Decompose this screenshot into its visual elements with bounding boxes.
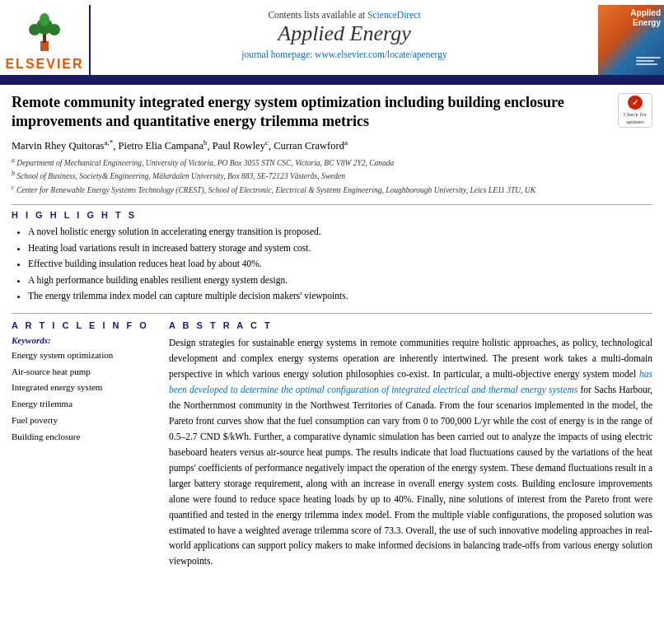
highlights-section: H I G H L I G H T S A novel holistic ene…: [12, 210, 652, 305]
abstract-text: Design strategies for sustainable energy…: [169, 335, 652, 570]
affiliation-c: c Center for Renewable Energy Systems Te…: [12, 183, 652, 196]
divider-mid: [12, 313, 652, 314]
elsevier-tree-icon: [14, 8, 76, 54]
highlight-item: A novel holistic energy solution in acce…: [28, 224, 652, 240]
top-dark-bar: [0, 77, 664, 85]
sciencedirect-link[interactable]: ScienceDirect: [367, 10, 421, 20]
journal-thumbnail: AppliedEnergy: [598, 5, 664, 75]
highlights-list: A novel holistic energy solution in acce…: [12, 224, 652, 305]
abstract-italic-phrase: has been developed to determine the opti…: [169, 369, 652, 394]
divider-top: [12, 204, 652, 205]
affiliation-b: b School of Business, Society& Engineeri…: [12, 169, 652, 182]
author1-sup: a,*: [104, 138, 113, 147]
svg-point-4: [49, 24, 60, 35]
journal-title: Applied Energy: [99, 21, 590, 46]
author4-sup: a: [344, 138, 348, 147]
highlights-title: H I G H L I G H T S: [12, 210, 652, 220]
thumb-label: AppliedEnergy: [630, 8, 661, 28]
check-updates-label: Check for updates: [620, 111, 650, 125]
elsevier-brand-text: ELSEVIER: [5, 57, 83, 72]
keywords-label: Keywords:: [12, 335, 156, 345]
journal-homepage: journal homepage: www.elsevier.com/locat…: [99, 49, 590, 59]
article-title: Remote community integrated energy syste…: [12, 93, 610, 132]
highlight-item: The energy trilemma index model can capt…: [28, 288, 652, 305]
abstract-section: A B S T R A C T Design strategies for su…: [169, 320, 652, 570]
page-header: ELSEVIER Contents lists available at Sci…: [0, 0, 664, 77]
check-updates-badge[interactable]: ✓ Check for updates: [618, 93, 652, 128]
affiliations: a Department of Mechanical Engineering, …: [12, 156, 652, 196]
author2-sup: b: [203, 138, 208, 147]
check-updates-icon: ✓: [628, 96, 643, 110]
keywords-list: Energy system optimization Air-source he…: [12, 348, 156, 446]
keyword-item: Air-source heat pump: [12, 364, 156, 380]
keyword-item: Energy system optimization: [12, 348, 156, 364]
authors-line: Marvin Rhey Quitorasa,*, Pietro Elia Cam…: [12, 138, 652, 152]
article-title-section: Remote community integrated energy syste…: [12, 93, 652, 132]
highlight-item: A high performance building enables resi…: [28, 273, 652, 289]
elsevier-logo-section: ELSEVIER: [0, 5, 91, 75]
svg-point-3: [29, 24, 40, 35]
two-col-section: A R T I C L E I N F O Keywords: Energy s…: [12, 320, 652, 570]
svg-point-5: [40, 13, 49, 26]
keyword-item: Fuel poverty: [12, 413, 156, 429]
keyword-item: Energy trilemma: [12, 396, 156, 413]
highlight-item: Heating load variations result in increa…: [28, 240, 652, 257]
keyword-item: Building enclosure: [12, 429, 156, 446]
article-info-title: A R T I C L E I N F O: [12, 320, 156, 330]
thumb-decoration: [636, 55, 661, 67]
abstract-title: A B S T R A C T: [169, 320, 652, 330]
author1-name: Marvin Rhey Quitoras: [12, 140, 104, 152]
keyword-item: Integrated energy system: [12, 380, 156, 396]
highlight-item: Effective building insulation reduces he…: [28, 256, 652, 273]
main-content: Remote community integrated energy syste…: [0, 85, 664, 577]
journal-header-center: Contents lists available at ScienceDirec…: [91, 5, 598, 75]
affiliation-a: a Department of Mechanical Engineering, …: [12, 156, 652, 169]
author3-sup: c: [265, 138, 269, 147]
contents-line: Contents lists available at ScienceDirec…: [99, 10, 590, 20]
article-info-column: A R T I C L E I N F O Keywords: Energy s…: [12, 320, 156, 570]
